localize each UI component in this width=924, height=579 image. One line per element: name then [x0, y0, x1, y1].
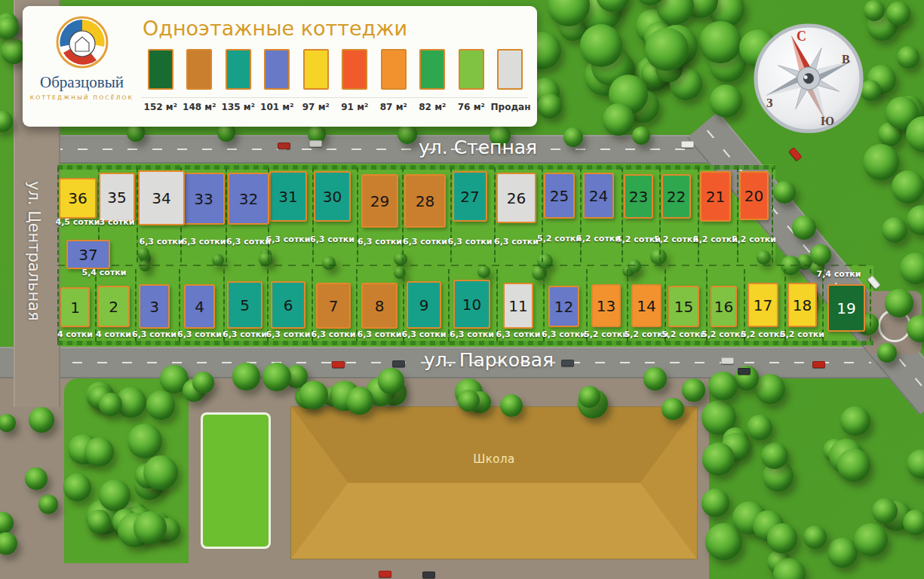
lot-4-house[interactable]: 4 [184, 284, 215, 329]
legend-swatch-97 [303, 49, 329, 90]
lot-11-area-label: 6,3 сотки [496, 329, 541, 339]
lot-number: 16 [714, 298, 733, 316]
tree [792, 216, 816, 240]
lot-2-area-label: 4 сотки [96, 329, 131, 339]
lot-15-house[interactable]: 15 [668, 286, 699, 327]
legend-item-sold: Продан [491, 49, 530, 112]
lot-3-area-label: 6,3 сотки [132, 329, 177, 339]
legend-swatch-87 [381, 49, 407, 90]
lot-18-house[interactable]: 18 [787, 283, 817, 327]
lot-37-house[interactable]: 37 [66, 240, 110, 269]
lot-24-house[interactable]: 24 [583, 173, 614, 219]
school-building: Школа [290, 406, 698, 559]
lot-6-area-label: 6,3 сотки [266, 329, 311, 339]
lot-21-house[interactable]: 21 [700, 171, 731, 222]
tree [563, 127, 583, 147]
lot-number: 23 [629, 188, 648, 206]
master-plan: Школа ул. Степная ул. Парковая ул. Центр… [0, 0, 924, 579]
lot-number: 27 [460, 188, 479, 206]
lot-36-area-label: 4,5 сотки [56, 217, 100, 227]
lot-22-house[interactable]: 22 [662, 174, 691, 219]
lot-number: 5 [240, 296, 250, 314]
hedge-divider [402, 167, 404, 262]
lot-36-house[interactable]: 36 [59, 178, 97, 219]
tree [854, 523, 888, 557]
tree [907, 449, 924, 479]
lot-29-house[interactable]: 29 [361, 174, 398, 228]
lot-20-house[interactable]: 20 [739, 171, 769, 220]
car [392, 360, 405, 367]
car [278, 142, 290, 149]
street-label-parkovaya: ул. Парковая [424, 349, 554, 371]
lot-33-house[interactable]: 33 [183, 173, 225, 225]
legend-block: Одноэтажные коттеджи 152 м²148 м²135 м²1… [141, 6, 537, 127]
legend-card: Образцовый коттеджный посёлок Одноэтажны… [23, 6, 537, 127]
tree [864, 0, 885, 21]
legend-item-101: 101 м² [258, 49, 297, 112]
legend-swatch-76 [459, 49, 484, 90]
lot-6-house[interactable]: 6 [271, 281, 305, 329]
tree [747, 415, 772, 440]
lot-13-house[interactable]: 13 [591, 284, 621, 327]
lot-number: 25 [550, 187, 569, 205]
lot-16-house[interactable]: 16 [711, 286, 737, 327]
lot-28-house[interactable]: 28 [404, 174, 446, 228]
lot-25-house[interactable]: 25 [544, 173, 575, 219]
lot-1-house[interactable]: 1 [60, 287, 90, 327]
hedge-divider [737, 167, 738, 262]
lot-32-house[interactable]: 32 [228, 173, 269, 225]
lot-34-house[interactable]: 34 [138, 170, 185, 225]
tree [872, 498, 898, 524]
lot-number: 6 [284, 296, 293, 314]
lot-27-house[interactable]: 27 [453, 171, 487, 222]
lot-11-house[interactable]: 11 [503, 283, 533, 329]
lot-3-house[interactable]: 3 [139, 284, 170, 329]
lot-31-house[interactable]: 31 [269, 171, 307, 222]
lot-12-area-label: 6,3 сотки [542, 329, 586, 339]
lot-26-house[interactable]: 26 [496, 173, 536, 223]
tree [146, 391, 175, 419]
lot-number: 20 [744, 187, 763, 205]
tree [84, 437, 114, 467]
tree [632, 127, 650, 145]
lot-number: 13 [597, 297, 615, 315]
lot-8-house[interactable]: 8 [361, 283, 398, 329]
lot-5-house[interactable]: 5 [227, 281, 262, 329]
lot-28-area-label: 6,3 сотки [403, 237, 447, 247]
lot-10-house[interactable]: 10 [453, 280, 490, 329]
lot-35-area-label: 3 сотки [99, 217, 134, 227]
tree [882, 217, 907, 243]
lot-7-house[interactable]: 7 [316, 283, 351, 329]
lot-17-area-label: 5,2 сотки [741, 329, 785, 339]
legend-swatch-sold [497, 49, 523, 90]
legend-swatch-152 [148, 49, 173, 90]
lot-12-house[interactable]: 12 [548, 286, 579, 327]
lot-2-house[interactable]: 2 [97, 286, 130, 327]
lot-number: 15 [674, 298, 693, 316]
tree [63, 473, 91, 501]
lot-23-house[interactable]: 23 [624, 174, 653, 219]
legend-item-label: 135 м² [219, 102, 258, 112]
lot-19-house[interactable]: 19 [827, 284, 865, 332]
lot-number: 28 [416, 192, 434, 210]
tree [900, 253, 924, 284]
lot-9-house[interactable]: 9 [407, 281, 441, 329]
legend-item-label: Продан [491, 102, 530, 112]
lot-1-area-label: 4 сотки [57, 329, 93, 339]
lot-30-house[interactable]: 30 [314, 171, 351, 222]
hedge-divider [698, 167, 699, 262]
lot-17-house[interactable]: 17 [747, 283, 778, 327]
lot-14-house[interactable]: 14 [631, 284, 662, 327]
lot-number: 34 [152, 189, 170, 207]
lot-25-area-label: 5,2 сотки [537, 234, 582, 244]
lot-35-house[interactable]: 35 [99, 173, 135, 222]
lot-16-area-label: 5,2 сотки [701, 329, 746, 339]
tree [897, 46, 919, 69]
lot-13-area-label: 5,2 сотки [584, 329, 628, 339]
lot-23-area-label: 5,2 сотки [616, 234, 661, 244]
tree [537, 93, 562, 118]
lot-number: 3 [149, 298, 159, 316]
tree [827, 538, 858, 568]
hedge-divider [226, 167, 227, 262]
tree [603, 103, 634, 135]
